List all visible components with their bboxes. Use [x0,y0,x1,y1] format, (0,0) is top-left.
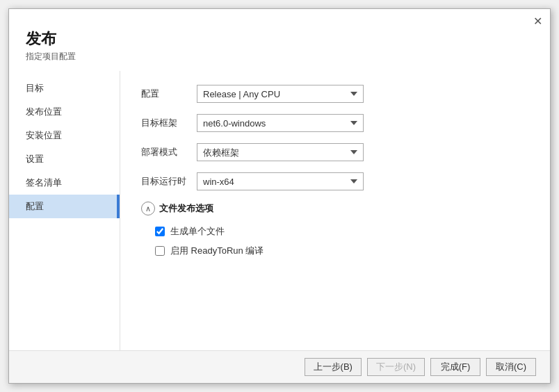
sidebar-item-manifest[interactable]: 签名清单 [9,171,120,195]
section-collapse-icon[interactable]: ∧ [141,202,155,215]
sidebar-item-label: 目标 [26,82,44,95]
config-row: 配置 Release | Any CPU Debug | Any CPU [141,85,529,103]
section-title: 文件发布选项 [159,202,213,215]
dialog-title: 发布 [26,28,533,49]
deploy-mode-row: 部署模式 依赖框架 独立 [141,143,529,161]
sidebar-item-config[interactable]: 配置 [9,195,120,218]
deploy-mode-select[interactable]: 依赖框架 独立 [197,143,364,161]
file-publish-section-header: ∧ 文件发布选项 [141,202,529,215]
config-label: 配置 [141,88,197,100]
dialog-subtitle: 指定项目配置 [26,51,533,63]
sidebar-item-target[interactable]: 目标 [9,76,120,100]
next-button[interactable]: 下一步(N) [367,358,425,376]
target-framework-select[interactable]: net6.0-windows net5.0-windows [197,114,364,132]
single-file-row: 生成单个文件 [155,225,529,238]
title-bar: ✕ [9,9,550,28]
ready-to-run-checkbox[interactable] [155,246,165,256]
sidebar-item-label: 发布位置 [26,106,62,118]
target-runtime-select[interactable]: win-x64 win-x86 linux-x64 [197,172,364,190]
dialog-footer: 上一步(B) 下一步(N) 完成(F) 取消(C) [9,350,550,383]
sidebar-item-label: 安装位置 [26,129,62,142]
prev-button[interactable]: 上一步(B) [305,358,362,376]
sidebar-item-settings[interactable]: 设置 [9,147,120,171]
close-button[interactable]: ✕ [530,14,544,28]
config-select[interactable]: Release | Any CPU Debug | Any CPU [197,85,364,103]
ready-to-run-label[interactable]: 启用 ReadyToRun 编译 [170,245,264,257]
main-content: 配置 Release | Any CPU Debug | Any CPU 目标框… [120,71,550,350]
ready-to-run-row: 启用 ReadyToRun 编译 [155,245,529,257]
dialog-header: 发布 指定项目配置 [9,28,550,71]
target-framework-row: 目标框架 net6.0-windows net5.0-windows [141,114,529,132]
finish-button[interactable]: 完成(F) [430,358,480,376]
dialog-body: 目标 发布位置 安装位置 设置 签名清单 配置 配置 [9,71,550,350]
deploy-mode-label: 部署模式 [141,146,197,158]
single-file-checkbox[interactable] [155,227,165,236]
target-framework-label: 目标框架 [141,117,197,129]
target-runtime-row: 目标运行时 win-x64 win-x86 linux-x64 [141,172,529,190]
publish-dialog: ✕ 发布 指定项目配置 目标 发布位置 安装位置 设置 签名清单 配置 [8,8,551,384]
sidebar: 目标 发布位置 安装位置 设置 签名清单 配置 [9,71,120,350]
sidebar-item-label: 配置 [26,200,44,213]
cancel-button[interactable]: 取消(C) [486,358,536,376]
sidebar-item-install-location[interactable]: 安装位置 [9,124,120,147]
target-runtime-label: 目标运行时 [141,175,197,188]
single-file-label[interactable]: 生成单个文件 [170,225,225,238]
sidebar-item-publish-location[interactable]: 发布位置 [9,100,120,124]
sidebar-item-label: 签名清单 [26,177,62,189]
sidebar-item-label: 设置 [26,153,44,165]
